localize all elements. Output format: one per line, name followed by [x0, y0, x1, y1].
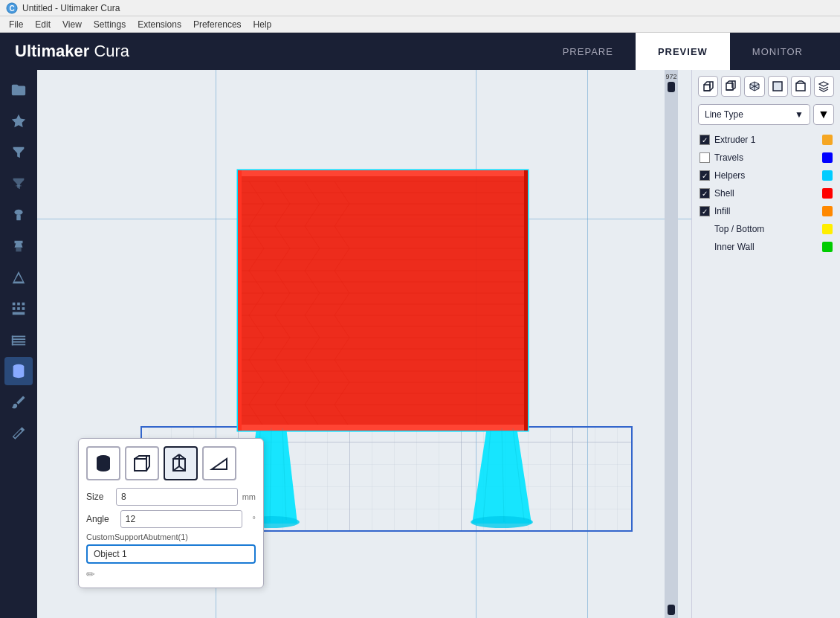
linetype-dropdown-row: Line Type ▼ ▼ — [698, 104, 834, 125]
header: Ultimaker Cura PREPARE PREVIEW MONITOR — [0, 33, 840, 70]
legend-checkbox-shell[interactable]: ✓ — [700, 188, 710, 199]
menu-settings[interactable]: Settings — [88, 18, 132, 31]
shape-btn-box[interactable] — [125, 446, 159, 480]
legend-helpers[interactable]: ✓ Helpers — [698, 168, 834, 183]
svg-rect-53 — [238, 425, 528, 431]
svg-rect-52 — [238, 170, 528, 176]
svg-rect-4 — [16, 215, 21, 220]
shape-btn-triangle[interactable] — [164, 446, 198, 480]
svg-rect-12 — [12, 336, 25, 338]
tab-preview[interactable]: PREVIEW — [636, 33, 730, 70]
svg-rect-76 — [704, 85, 710, 91]
legend-infill[interactable]: ✓ Infill — [698, 204, 834, 219]
svg-rect-65 — [135, 459, 146, 471]
main-area: 972 — [0, 70, 840, 618]
layer-slider[interactable]: 972 — [665, 70, 678, 618]
sidebar-btn-tool6[interactable] — [4, 294, 33, 323]
sidebar-btn-tool1[interactable] — [4, 138, 33, 167]
sidebar-btn-favorites[interactable] — [4, 107, 33, 135]
view-perspective[interactable] — [698, 76, 718, 97]
svg-rect-14 — [12, 341, 25, 343]
legend-top-bottom: Top / Bottom — [698, 222, 834, 236]
svg-marker-74 — [212, 459, 227, 469]
app-logo: Ultimaker Cura — [15, 42, 129, 61]
legend-checkbox-helpers[interactable]: ✓ — [700, 170, 710, 181]
svg-rect-16 — [12, 336, 13, 346]
nav-tabs: PREPARE PREVIEW MONITOR — [540, 33, 825, 70]
angle-row: Angle ° — [86, 510, 256, 528]
svg-rect-9 — [17, 307, 20, 310]
svg-point-26 — [471, 516, 533, 528]
legend-checkbox-infill[interactable]: ✓ — [700, 206, 710, 216]
support-panel: Size mm Angle ° CustomSupportAbutment(1)… — [78, 438, 264, 588]
svg-rect-85 — [773, 82, 782, 91]
svg-rect-10 — [22, 307, 25, 310]
sidebar-btn-tool3[interactable] — [4, 201, 33, 229]
size-input[interactable] — [116, 488, 238, 506]
sidebar-btn-cylinder[interactable] — [4, 357, 33, 385]
view-front[interactable] — [791, 76, 811, 97]
svg-point-19 — [13, 374, 25, 379]
legend-checkbox-travels[interactable] — [700, 152, 710, 163]
legend-swatch-helpers — [822, 170, 833, 181]
sidebar-btn-tool4[interactable] — [4, 232, 33, 260]
linetype-more-btn[interactable]: ▼ — [813, 104, 834, 125]
view-iso[interactable] — [744, 76, 764, 97]
sidebar-btn-tool7[interactable] — [4, 326, 33, 354]
svg-rect-11 — [13, 312, 25, 315]
svg-rect-13 — [12, 338, 25, 340]
tab-monitor[interactable]: MONITOR — [730, 33, 825, 70]
object-type-label: CustomSupportAbutment(1) — [86, 532, 256, 541]
viewport[interactable]: 972 — [37, 70, 691, 618]
svg-rect-27 — [238, 170, 528, 431]
menu-preferences[interactable]: Preferences — [187, 18, 248, 31]
menu-file[interactable]: File — [3, 18, 29, 31]
sidebar-btn-paint[interactable] — [4, 388, 33, 416]
svg-rect-86 — [796, 83, 805, 91]
object-name-input[interactable] — [86, 544, 256, 564]
layer-thumb-bottom[interactable] — [668, 605, 675, 615]
legend-swatch-inner-wall — [822, 242, 833, 252]
menu-extensions[interactable]: Extensions — [132, 18, 187, 31]
menu-view[interactable]: View — [56, 18, 88, 31]
svg-rect-2 — [16, 185, 21, 187]
legend-shell[interactable]: ✓ Shell — [698, 186, 834, 201]
layer-value: 972 — [665, 73, 676, 80]
angle-input[interactable] — [120, 510, 242, 528]
legend-travels[interactable]: Travels — [698, 150, 834, 165]
right-panel: Line Type ▼ ▼ ✓ Extruder 1 Travels ✓ Hel… — [691, 70, 840, 618]
logo-light: Cura — [89, 42, 129, 60]
layer-thumb[interactable] — [668, 82, 675, 92]
svg-rect-55 — [524, 170, 528, 431]
sidebar-btn-tool2[interactable] — [4, 170, 33, 198]
legend-swatch-top-bottom — [822, 224, 833, 234]
tab-prepare[interactable]: PREPARE — [540, 33, 636, 70]
svg-rect-8 — [13, 307, 16, 310]
svg-point-3 — [15, 210, 23, 215]
legend-checkbox-extruder1[interactable]: ✓ — [700, 135, 710, 145]
sidebar-btn-tool5[interactable] — [4, 263, 33, 292]
svg-rect-5 — [13, 303, 16, 306]
view-cube-row — [698, 76, 834, 97]
legend-extruder1[interactable]: ✓ Extruder 1 — [698, 132, 834, 147]
view-top[interactable] — [768, 76, 788, 97]
legend-swatch-shell — [822, 188, 833, 199]
svg-rect-6 — [17, 303, 20, 306]
sidebar-btn-open[interactable] — [4, 76, 33, 104]
left-sidebar — [0, 70, 37, 618]
pencil-icon[interactable]: ✏ — [86, 568, 256, 580]
sidebar-btn-measure[interactable] — [4, 419, 33, 448]
legend-inner-wall: Inner Wall — [698, 239, 834, 254]
shape-btn-cylinder[interactable] — [86, 446, 120, 480]
angle-label: Angle — [86, 514, 120, 524]
size-row: Size mm — [86, 488, 256, 506]
menu-edit[interactable]: Edit — [29, 18, 56, 31]
linetype-dropdown[interactable]: Line Type ▼ — [698, 104, 810, 125]
view-ortho[interactable] — [721, 76, 741, 97]
view-layers[interactable] — [814, 76, 834, 97]
legend-swatch-travels — [822, 152, 833, 163]
menu-help[interactable]: Help — [248, 18, 278, 31]
shape-btn-wedge[interactable] — [202, 446, 236, 480]
svg-rect-54 — [238, 170, 242, 431]
svg-point-64 — [97, 466, 110, 471]
